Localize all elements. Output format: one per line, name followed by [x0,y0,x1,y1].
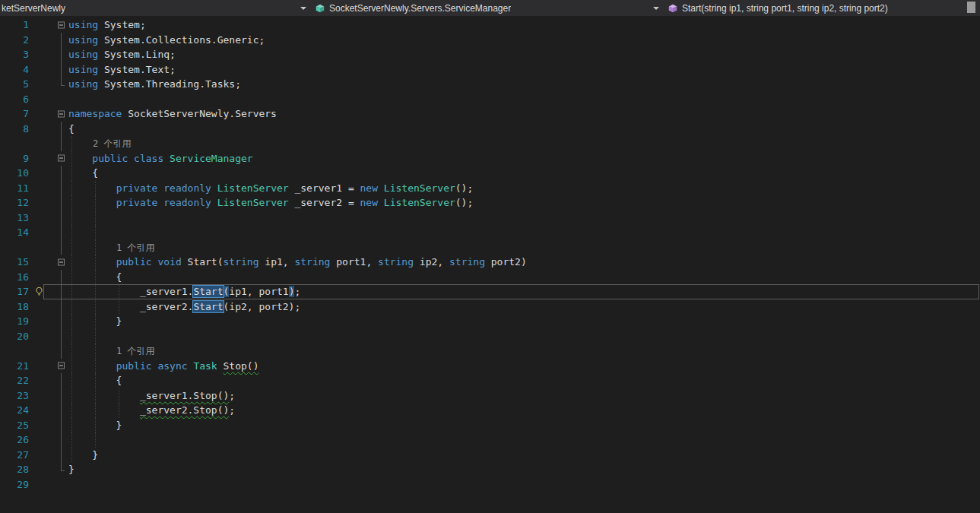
code-line[interactable]: 27 } [0,448,980,463]
line-number[interactable]: 21 [0,359,32,374]
code-line[interactable]: 13 [0,211,980,226]
code-line[interactable]: 24 _server2.Stop(); [0,403,980,418]
code-line[interactable]: 1using System; [0,17,980,33]
codelens-label[interactable]: 1 个引用 [116,346,154,356]
line-number[interactable]: 17 [0,284,32,299]
line-number[interactable]: 18 [0,299,32,315]
code-line[interactable]: 6 [0,92,980,107]
code-text: _server1.Stop(); [68,388,980,404]
code-line[interactable]: 9 public class ServiceManager [0,151,980,166]
code-line[interactable]: 3using System.Linq; [0,47,980,62]
code-line[interactable]: 26 [0,432,980,448]
code-line[interactable]: 12 private readonly ListenServer _server… [0,195,980,211]
nav-member-dropdown[interactable]: Start(string ip1, string port1, string i… [664,0,980,16]
line-number[interactable]: 6 [0,92,32,107]
code-line[interactable]: 28} [0,462,980,477]
code-line[interactable]: 22 { [0,373,980,388]
code-line[interactable]: 15 public void Start(string ip1, string … [0,255,980,270]
code-line[interactable]: 21 public async Task Stop() [0,359,980,374]
line-number[interactable]: 27 [0,448,32,463]
line-number[interactable]: 28 [0,462,32,477]
line-number[interactable]: 4 [0,62,32,78]
line-number[interactable]: 3 [0,47,32,62]
line-number[interactable]: 10 [0,166,32,181]
code-text: { [68,373,980,388]
code-line[interactable]: 7namespace SocketServerNewly.Servers [0,106,980,122]
line-number[interactable]: 11 [0,181,32,196]
nav-type-dropdown[interactable]: SocketServerNewly.Servers.ServiceManager [312,0,664,16]
navigation-bar: ketServerNewly SocketServerNewly.Servers… [0,0,980,16]
code-text: namespace SocketServerNewly.Servers [68,106,980,122]
code-line[interactable]: 8{ [0,122,980,137]
editor-split-handle[interactable] [967,2,975,13]
code-token [68,153,92,164]
outlining-margin [55,284,68,299]
code-token: Stop() [224,360,259,372]
line-number[interactable]: 23 [0,388,32,404]
line-number[interactable]: 8 [0,122,32,137]
code-line[interactable]: 29 [0,477,980,492]
line-number[interactable]: 13 [0,211,32,226]
code-line[interactable]: 20 [0,329,980,344]
line-number[interactable]: 1 [0,17,32,33]
code-token [68,360,116,372]
line-number[interactable]: 12 [0,195,32,211]
fold-collapse-toggle[interactable] [58,21,65,28]
line-number[interactable]: 2 [0,33,32,48]
code-text [68,432,980,448]
glyph-margin [32,448,55,463]
indent-guide [71,255,72,270]
code-line[interactable]: 10 { [0,166,980,181]
codelens-row[interactable]: 2 个引用 [0,136,980,151]
code-line[interactable]: 16 { [0,270,980,285]
chevron-down-icon[interactable] [653,7,659,10]
code-line[interactable]: 17 _server1.Start(ip1, port1); [0,284,980,299]
line-number[interactable]: 20 [0,329,32,344]
codelens-row[interactable]: 1 个引用 [0,344,980,359]
fold-collapse-toggle[interactable] [58,155,65,162]
indent-guide [95,181,96,196]
code-line[interactable]: 2using System.Collections.Generic; [0,33,980,48]
indent-guide [95,359,96,374]
code-line[interactable]: 25 } [0,418,980,433]
code-token [378,182,384,194]
outlining-margin [55,151,68,166]
fold-collapse-toggle[interactable] [58,363,65,369]
line-number[interactable]: 29 [0,477,32,492]
code-line[interactable]: 5using System.Threading.Tasks; [0,77,980,92]
code-editor[interactable]: 1using System;2using System.Collections.… [0,16,980,492]
chevron-down-icon[interactable] [300,7,306,10]
fold-collapse-toggle[interactable] [58,258,65,265]
code-line[interactable]: 18 _server2.Start(ip2, port2); [0,299,980,315]
nav-project-dropdown[interactable]: ketServerNewly [0,0,312,16]
line-number[interactable]: 5 [0,77,32,92]
code-line[interactable]: 19 } [0,314,980,329]
glyph-margin [32,477,55,492]
line-number[interactable]: 24 [0,403,32,418]
line-number[interactable]: 22 [0,373,32,388]
lightbulb-icon[interactable] [32,284,55,299]
line-number[interactable]: 16 [0,270,32,285]
line-number[interactable]: 7 [0,106,32,122]
codelens-row[interactable]: 1 个引用 [0,240,980,255]
glyph-margin [32,77,55,92]
code-text: } [68,418,980,433]
line-number[interactable]: 19 [0,314,32,329]
line-number[interactable]: 9 [0,151,32,166]
line-number[interactable]: 15 [0,255,32,270]
fold-collapse-toggle[interactable] [58,110,65,117]
code-line[interactable]: 4using System.Text; [0,62,980,78]
line-number[interactable]: 25 [0,418,32,433]
code-line[interactable]: 23 _server1.Stop(); [0,388,980,404]
code-token: System; [98,19,146,30]
code-line[interactable]: 14 [0,225,980,240]
outlining-margin [55,359,68,374]
outlining-margin [55,47,68,62]
code-token: using [68,78,98,90]
codelens-label[interactable]: 2 个引用 [93,138,131,149]
codelens-label[interactable]: 1 个引用 [116,242,154,253]
code-line[interactable]: 11 private readonly ListenServer _server… [0,181,980,196]
line-number[interactable]: 14 [0,225,32,240]
line-number[interactable]: 26 [0,432,32,448]
code-text: public void Start(string ip1, string por… [68,255,980,270]
